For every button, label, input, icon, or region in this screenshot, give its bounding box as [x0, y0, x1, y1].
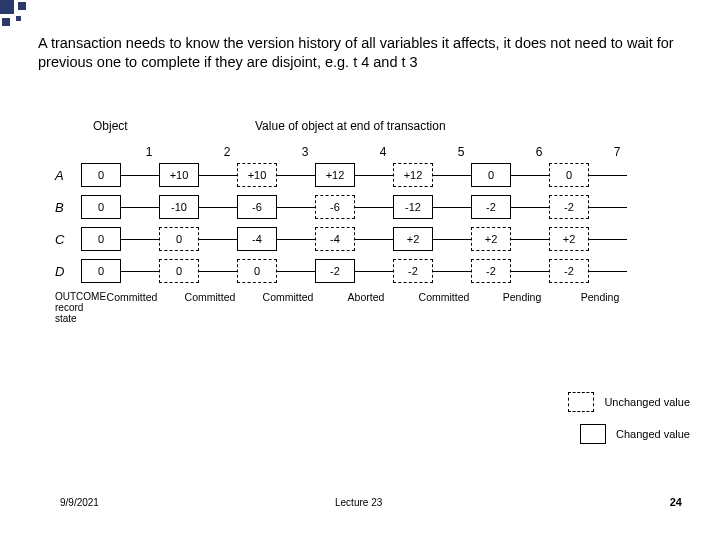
- row-label: C: [55, 232, 81, 247]
- value-cell: -4: [237, 227, 277, 251]
- legend-unchanged-label: Unchanged value: [604, 396, 690, 408]
- footer-date: 9/9/2021: [60, 497, 99, 508]
- value-cell: -2: [393, 259, 433, 283]
- value-cell: 0: [81, 259, 121, 283]
- legend-changed-box: [580, 424, 606, 444]
- row-label: A: [55, 168, 81, 183]
- value-cell: +12: [393, 163, 433, 187]
- legend: Unchanged value Changed value: [568, 392, 690, 456]
- value-cell: -6: [237, 195, 277, 219]
- value-cell: 0: [549, 163, 589, 187]
- row-label: D: [55, 264, 81, 279]
- value-cell: 0: [159, 227, 199, 251]
- footer-page-number: 24: [670, 496, 682, 508]
- value-cell: -6: [315, 195, 355, 219]
- value-cell: -10: [159, 195, 199, 219]
- row-label: B: [55, 200, 81, 215]
- value-header: Value of object at end of transaction: [255, 119, 446, 133]
- value-cell: +2: [393, 227, 433, 251]
- value-cell: +2: [471, 227, 511, 251]
- value-cell: -2: [549, 259, 589, 283]
- value-cell: -2: [471, 259, 511, 283]
- table-row: D000-2-2-2-2: [55, 259, 675, 283]
- object-header: Object: [93, 119, 128, 133]
- footer-lecture: Lecture 23: [335, 497, 382, 508]
- column-numbers: 1 2 3 4 5 6 7: [55, 145, 675, 159]
- slide-corner-decoration: [0, 0, 32, 32]
- table-row: A0+10+10+12+1200: [55, 163, 675, 187]
- value-cell: -2: [471, 195, 511, 219]
- value-cell: -4: [315, 227, 355, 251]
- value-cell: -12: [393, 195, 433, 219]
- outcome-row: OUTCOME record state Committed Committed…: [55, 291, 675, 324]
- value-cell: 0: [159, 259, 199, 283]
- slide-body-text: A transaction needs to know the version …: [38, 34, 700, 72]
- value-cell: -2: [315, 259, 355, 283]
- version-history-diagram: Object Value of object at end of transac…: [55, 145, 675, 324]
- legend-changed-label: Changed value: [616, 428, 690, 440]
- value-cell: 0: [81, 163, 121, 187]
- value-cell: 0: [471, 163, 511, 187]
- value-cell: +2: [549, 227, 589, 251]
- value-cell: +12: [315, 163, 355, 187]
- table-row: B0-10-6-6-12-2-2: [55, 195, 675, 219]
- legend-unchanged-box: [568, 392, 594, 412]
- value-cell: 0: [81, 227, 121, 251]
- table-row: C00-4-4+2+2+2: [55, 227, 675, 251]
- value-cell: 0: [81, 195, 121, 219]
- value-cell: 0: [237, 259, 277, 283]
- value-cell: +10: [159, 163, 199, 187]
- value-cell: +10: [237, 163, 277, 187]
- value-cell: -2: [549, 195, 589, 219]
